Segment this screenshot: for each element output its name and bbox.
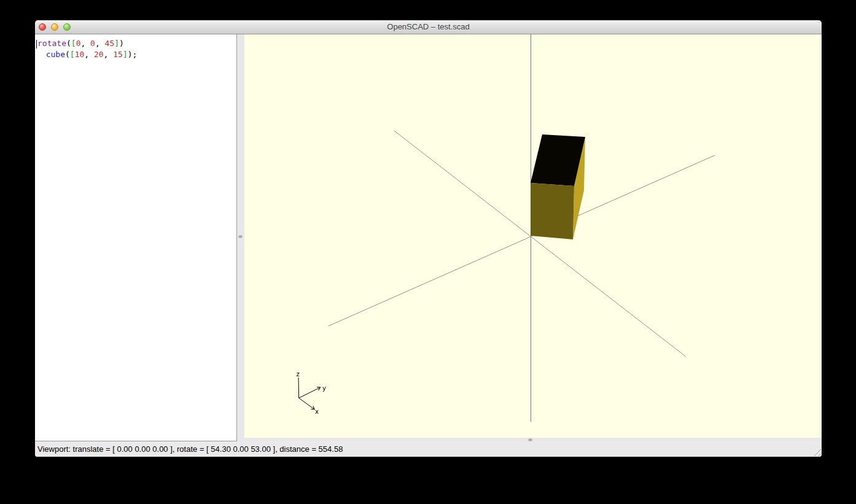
viewport-canvas: z y x [244, 34, 822, 438]
indicator-z-label: z [296, 371, 299, 378]
viewport-status-text: Viewport: translate = [ 0.00 0.00 0.00 ]… [37, 444, 343, 454]
indicator-x-axis [299, 398, 314, 409]
indicator-x-label: x [315, 408, 319, 415]
code-line: rotate([0, 0, 45]) [36, 38, 236, 49]
window-title: OpenSCAD – test.scad [35, 20, 822, 34]
indicator-z-axis [298, 378, 299, 398]
code-area: rotate([0, 0, 45]) cube([10, 20, 15]); [36, 38, 236, 60]
indicator-y-axis [299, 388, 320, 398]
openscad-window: OpenSCAD – test.scad rotate([0, 0, 45]) … [35, 20, 822, 457]
3d-viewport[interactable]: z y x [244, 34, 822, 438]
cube-face-front [531, 183, 574, 239]
axis-indicator: z y x [296, 371, 326, 415]
code-editor[interactable]: rotate([0, 0, 45]) cube([10, 20, 15]); [35, 34, 237, 441]
splitter-handle-icon [238, 235, 243, 238]
indicator-y-label: y [322, 385, 326, 392]
main-content: rotate([0, 0, 45]) cube([10, 20, 15]); [35, 34, 822, 441]
title-bar[interactable]: OpenSCAD – test.scad [35, 20, 822, 34]
y-world-axis-line [329, 155, 715, 326]
resize-grip[interactable] [812, 447, 821, 456]
text-cursor [36, 40, 37, 48]
viewport-column: z y x [244, 34, 822, 441]
status-bar: Viewport: translate = [ 0.00 0.00 0.00 ]… [35, 441, 822, 457]
editor-viewport-splitter[interactable] [237, 34, 244, 441]
code-line: cube([10, 20, 15]); [36, 49, 236, 60]
